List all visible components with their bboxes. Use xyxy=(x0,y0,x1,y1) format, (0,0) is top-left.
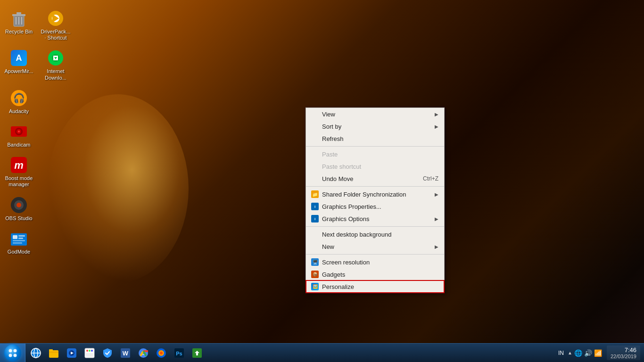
desktop-icon-apowermirror[interactable]: A ApowerMir... xyxy=(2,47,35,82)
desktop-icon-godmode[interactable]: GodMode xyxy=(2,227,35,257)
taskbar-ie[interactable] xyxy=(27,345,44,361)
svg-text:A: A xyxy=(16,53,22,63)
separator-4 xyxy=(306,254,444,255)
svg-rect-2 xyxy=(17,12,21,14)
separator-2 xyxy=(306,186,444,187)
svg-rect-25 xyxy=(18,235,25,237)
audacity-label: Audacity xyxy=(9,108,29,115)
idm-label: Internet Downlo... xyxy=(41,68,70,81)
driverpack-icon xyxy=(46,9,65,28)
context-menu-graphics-options[interactable]: i Graphics Options ▶ xyxy=(306,213,444,225)
graphics-properties-icon: i xyxy=(311,202,319,211)
context-menu-graphics-properties[interactable]: i Graphics Properties... xyxy=(306,200,444,213)
new-icon xyxy=(311,242,319,251)
taskbar-green-app[interactable] xyxy=(189,345,206,361)
context-menu-personalize[interactable]: 🖼️ Personalize xyxy=(306,280,444,293)
paste-shortcut-icon xyxy=(311,162,319,171)
graphics-options-icon: i xyxy=(311,214,319,223)
tray-chevron-icon[interactable]: ▲ xyxy=(568,350,572,355)
svg-point-44 xyxy=(89,350,91,352)
desktop-icon-idm[interactable]: Internet Downlo... xyxy=(39,47,72,82)
boost-label: Boost mode manager xyxy=(4,175,33,188)
taskbar-firefox[interactable] xyxy=(153,345,170,361)
clock[interactable]: 7:46 22/03/2019 xyxy=(607,346,640,360)
context-menu-refresh[interactable]: Refresh xyxy=(306,132,444,145)
tray-volume-icon[interactable]: 🔊 xyxy=(584,349,592,357)
clock-date: 22/03/2019 xyxy=(611,354,636,359)
apowermirror-icon: A xyxy=(9,49,28,67)
bandicam-label: Bandicam xyxy=(8,142,31,148)
context-menu-sort-by[interactable]: Sort by ▶ xyxy=(306,120,444,132)
tray-battery-icon[interactable]: 📶 xyxy=(594,349,602,357)
desktop-icon-bandicam[interactable]: Bandicam xyxy=(2,120,35,150)
svg-rect-37 xyxy=(49,350,58,358)
obs-label: OBS Studio xyxy=(5,215,32,222)
refresh-icon xyxy=(311,134,319,143)
svg-text:W: W xyxy=(123,350,129,357)
tray-network-icon[interactable]: 🌐 xyxy=(574,349,582,357)
taskbar: W xyxy=(0,343,644,362)
idm-icon xyxy=(46,49,65,67)
paste-icon xyxy=(311,150,319,158)
screen-resolution-icon: 🖥️ xyxy=(311,258,319,266)
svg-rect-28 xyxy=(13,242,22,244)
svg-point-29 xyxy=(8,349,12,352)
taskbar-media[interactable] xyxy=(63,345,80,361)
shared-folder-arrow: ▶ xyxy=(435,192,438,197)
recycle-bin-label: Recycle Bin xyxy=(5,29,33,35)
new-arrow: ▶ xyxy=(435,244,438,249)
context-menu-new[interactable]: New ▶ xyxy=(306,240,444,253)
new-label: New xyxy=(322,243,431,250)
start-orb xyxy=(4,345,21,362)
taskbar-chrome[interactable] xyxy=(135,345,152,361)
personalize-icon: 🖼️ xyxy=(311,282,319,291)
paste-label: Paste xyxy=(322,151,438,158)
context-menu-shared-folder[interactable]: 📁 Shared Folder Synchronization ▶ xyxy=(306,188,444,200)
taskbar-explorer[interactable] xyxy=(45,345,62,361)
clock-time: 7:46 xyxy=(611,346,636,354)
taskbar-paint[interactable] xyxy=(81,345,98,361)
svg-point-32 xyxy=(13,354,17,357)
taskbar-photoshop[interactable]: Ps xyxy=(171,345,188,361)
sort-arrow: ▶ xyxy=(435,124,438,129)
desktop-icon-obs[interactable]: OBS Studio xyxy=(2,194,35,223)
svg-rect-27 xyxy=(13,240,25,241)
context-menu-gadgets[interactable]: 📦 Gadgets xyxy=(306,268,444,280)
context-menu-paste[interactable]: Paste xyxy=(306,148,444,160)
context-menu-undo-move[interactable]: Undo Move Ctrl+Z xyxy=(306,173,444,185)
graphics-properties-label: Graphics Properties... xyxy=(322,203,438,210)
svg-point-43 xyxy=(86,350,88,352)
context-menu-screen-resolution[interactable]: 🖥️ Screen resolution xyxy=(306,256,444,268)
graphics-options-label: Graphics Options xyxy=(322,215,431,222)
shared-folder-label: Shared Folder Synchronization xyxy=(322,191,431,198)
context-menu: View ▶ Sort by ▶ Refresh Paste Paste sho… xyxy=(305,107,445,293)
gadgets-label: Gadgets xyxy=(322,271,438,278)
desktop-icon-audacity[interactable]: 🎧 Audacity xyxy=(2,87,35,116)
context-menu-paste-shortcut[interactable]: Paste shortcut xyxy=(306,160,444,173)
context-menu-view[interactable]: View ▶ xyxy=(306,108,444,120)
undo-move-shortcut: Ctrl+Z xyxy=(423,175,438,182)
desktop-icon-driverpack[interactable]: DriverPack... · Shortcut xyxy=(39,7,72,43)
graphics-options-arrow: ▶ xyxy=(435,216,438,222)
sort-icon xyxy=(311,122,319,131)
view-icon xyxy=(311,110,319,118)
next-desktop-bg-label: Next desktop background xyxy=(322,231,438,238)
shared-folder-icon: 📁 xyxy=(311,190,319,198)
recycle-bin-icon xyxy=(9,9,28,28)
svg-rect-38 xyxy=(49,349,53,351)
taskbar-word[interactable]: W xyxy=(117,345,134,361)
next-desktop-bg-icon xyxy=(311,230,319,239)
context-menu-next-desktop-bg[interactable]: Next desktop background xyxy=(306,228,444,240)
refresh-label: Refresh xyxy=(322,135,438,142)
undo-icon xyxy=(311,174,319,183)
separator-3 xyxy=(306,226,444,227)
svg-text:🎧: 🎧 xyxy=(13,92,25,104)
taskbar-shield[interactable] xyxy=(99,345,116,361)
separator-1 xyxy=(306,146,444,147)
svg-point-31 xyxy=(8,354,12,357)
desktop-icon-boost[interactable]: m Boost mode manager xyxy=(2,154,35,189)
icon-row-4: m Boost mode manager xyxy=(2,154,72,189)
start-button[interactable] xyxy=(0,344,25,362)
godmode-icon xyxy=(9,229,28,248)
desktop-icon-recycle-bin[interactable]: Recycle Bin xyxy=(2,7,35,43)
